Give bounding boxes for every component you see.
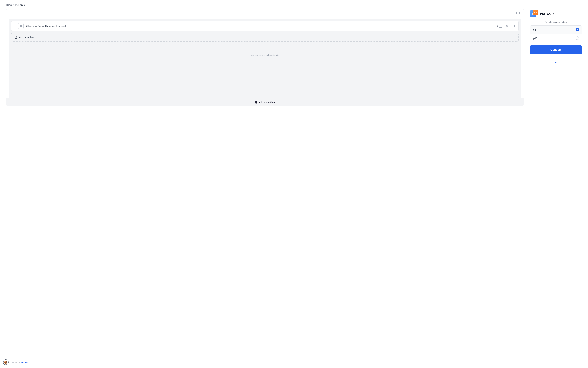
svg-point-0 — [514, 26, 514, 27]
output-option-txt[interactable]: .txt ✓ — [530, 26, 582, 34]
file-name-label: NBMunicipalFinanceCorporationLoans.pdf — [25, 25, 495, 27]
tool-header: OCR PDF OCR — [530, 9, 582, 18]
panel-footer: Add more files — [6, 98, 524, 106]
add-more-files-footer-button[interactable]: Add more files — [255, 101, 275, 103]
expand-icon[interactable]: » — [530, 60, 582, 64]
file-list-area: NBMunicipalFinanceCorporationLoans.pdf 2 — [9, 18, 521, 98]
footer: 🍪 powered by Apryse — [3, 359, 28, 365]
left-panel: NBMunicipalFinanceCorporationLoans.pdf 2 — [6, 9, 524, 106]
add-more-files-inline-button[interactable]: Add more files — [11, 33, 519, 42]
panel-header — [6, 9, 524, 18]
main-layout: NBMunicipalFinanceCorporationLoans.pdf 2 — [0, 9, 588, 112]
breadcrumb-current: PDF OCR — [15, 4, 25, 6]
breadcrumb-home[interactable]: Home — [6, 4, 12, 6]
pdf-option-label: .pdf — [533, 37, 537, 39]
powered-by-text: powered by — [10, 361, 20, 363]
convert-button[interactable]: Convert — [530, 46, 582, 54]
breadcrumb: Home > PDF OCR — [0, 0, 588, 9]
grid-view-icon[interactable] — [515, 11, 521, 16]
add-more-footer-label: Add more files — [259, 101, 275, 103]
tool-title: PDF OCR — [540, 12, 554, 16]
file-row: NBMunicipalFinanceCorporationLoans.pdf 2 — [11, 21, 519, 31]
apryse-link[interactable]: Apryse — [21, 361, 28, 363]
page-count: 2 — [497, 25, 502, 28]
delete-button[interactable] — [505, 24, 510, 28]
breadcrumb-separator: > — [13, 4, 14, 6]
txt-option-label: .txt — [533, 28, 536, 31]
drop-hint-text: You can drop files here to add — [11, 42, 519, 62]
tool-icon: OCR — [530, 10, 538, 18]
page-icon — [499, 25, 502, 28]
file-thumbnail-icon — [18, 23, 24, 29]
output-options-group: .txt ✓ .pdf — [530, 25, 582, 42]
output-option-label: Select an output option — [530, 21, 582, 23]
txt-radio-checked: ✓ — [576, 28, 579, 31]
cookie-icon[interactable]: 🍪 — [3, 359, 9, 365]
drag-handle-icon[interactable] — [14, 25, 16, 27]
output-option-pdf[interactable]: .pdf — [530, 34, 582, 42]
add-more-inline-label: Add more files — [19, 36, 34, 39]
preview-button[interactable] — [511, 24, 516, 28]
right-panel: OCR PDF OCR Select an output option .txt… — [530, 9, 582, 64]
pdf-radio-unchecked — [576, 37, 579, 40]
